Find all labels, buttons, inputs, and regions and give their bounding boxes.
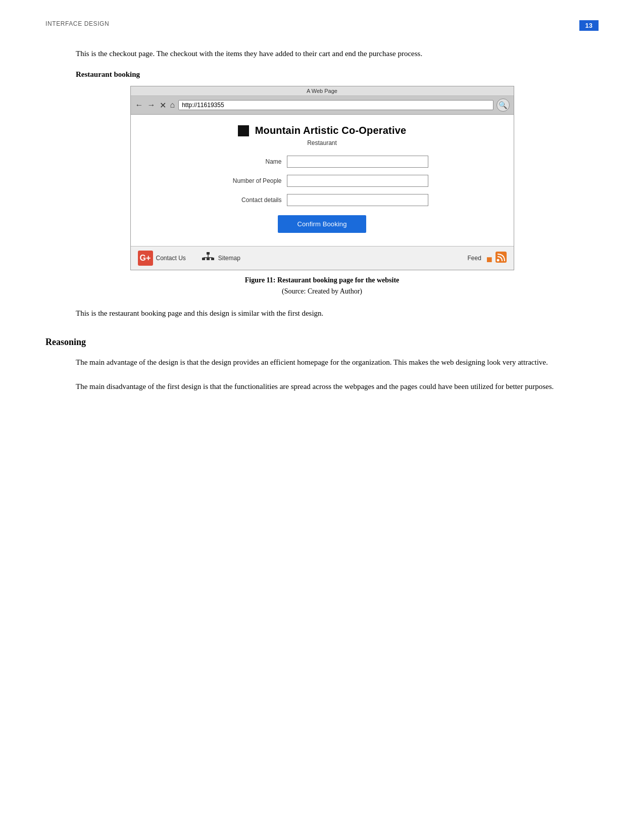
contact-us-label: Contact Us [156, 255, 186, 262]
webpage-content: Mountain Artistic Co-Operative Restauran… [131, 115, 514, 246]
name-row: Name [216, 156, 428, 168]
svg-point-8 [497, 259, 499, 261]
people-row: Number of People [216, 175, 428, 187]
section-label: Restaurant booking [45, 70, 599, 79]
browser-toolbar: ← → ✕ ⌂ 🔍 [131, 96, 514, 115]
browser-tab: A Web Page [131, 86, 514, 96]
gplus-label: G+ [140, 254, 151, 263]
page-wrapper: INTERFACE DESIGN 13 This is the checkout… [0, 0, 644, 834]
svg-rect-0 [207, 252, 210, 255]
intro-paragraph: This is the checkout page. The checkout … [45, 46, 599, 61]
search-icon: 🔍 [499, 101, 507, 110]
back-button[interactable]: ← [135, 101, 144, 110]
feed-label: Feed [468, 255, 481, 262]
rss-icon: ■ [486, 252, 507, 265]
webpage-header: Mountain Artistic Co-Operative [146, 125, 499, 136]
sitemap-label: Sitemap [218, 255, 468, 262]
name-label: Name [216, 158, 282, 165]
gplus-icon: G+ [138, 251, 153, 266]
page-header: INTERFACE DESIGN 13 [45, 20, 599, 31]
section-title: INTERFACE DESIGN [45, 20, 109, 27]
webpage-logo [238, 125, 249, 136]
url-bar[interactable] [178, 100, 493, 110]
contact-row: Contact details [216, 194, 428, 206]
people-input[interactable] [287, 175, 428, 187]
confirm-btn-row: Confirm Booking [216, 215, 428, 233]
people-label: Number of People [216, 177, 282, 184]
webpage-footer: G+ Contact Us Sitemap Feed ■ [131, 246, 514, 270]
page-number: 13 [579, 20, 599, 31]
figure-caption: Figure 11: Restaurant booking page for t… [45, 276, 599, 284]
reasoning-para-1: The main advantage of the design is that… [45, 355, 599, 370]
figure-source: (Source: Created by Author) [45, 287, 599, 296]
reasoning-heading: Reasoning [45, 337, 599, 348]
reasoning-section: Reasoning The main advantage of the desi… [45, 337, 599, 394]
contact-input[interactable] [287, 194, 428, 206]
forward-button[interactable]: → [147, 101, 156, 110]
search-button[interactable]: 🔍 [497, 99, 510, 112]
confirm-booking-button[interactable]: Confirm Booking [278, 215, 366, 233]
webpage-subtitle: Restaurant [146, 139, 499, 146]
name-input[interactable] [287, 156, 428, 168]
reasoning-para-2: The main disadvantage of the first desig… [45, 379, 599, 394]
site-title: Mountain Artistic Co-Operative [255, 125, 407, 136]
browser-mock: A Web Page ← → ✕ ⌂ 🔍 Mountain Artistic C… [130, 86, 514, 270]
contact-label: Contact details [216, 197, 282, 204]
sitemap-icon [201, 251, 215, 265]
rss-svg [496, 252, 507, 263]
booking-form: Name Number of People Contact details Co… [216, 156, 428, 233]
body-paragraph-2: This is the restaurant booking page and … [45, 306, 599, 321]
close-button[interactable]: ✕ [159, 101, 167, 110]
tab-title: A Web Page [307, 88, 337, 94]
home-button[interactable]: ⌂ [170, 101, 176, 110]
